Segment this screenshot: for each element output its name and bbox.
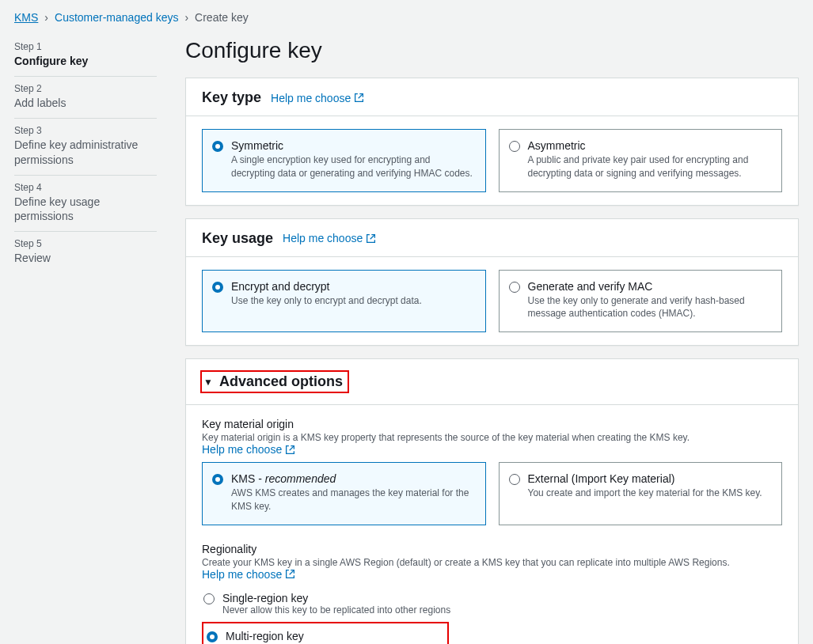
option-title: Symmetric bbox=[231, 139, 474, 152]
advanced-options-toggle[interactable]: ▼ Advanced options bbox=[186, 359, 798, 405]
radio-icon bbox=[509, 282, 520, 293]
regionality-single[interactable]: Single-region key Never allow this key t… bbox=[202, 587, 782, 620]
step-title: Add labels bbox=[14, 96, 157, 110]
option-title: Asymmetric bbox=[528, 139, 771, 152]
annotation-highlight: ▼ Advanced options bbox=[200, 370, 349, 393]
step-review[interactable]: Step 5 Review bbox=[14, 232, 157, 273]
section-title: Key material origin bbox=[202, 418, 782, 430]
option-title: Multi-region key bbox=[226, 630, 427, 642]
key-usage-encrypt[interactable]: Encrypt and decrypt Use the key only to … bbox=[202, 270, 486, 333]
option-title: External (Import Key material) bbox=[528, 472, 762, 485]
chevron-right-icon: › bbox=[184, 11, 188, 24]
step-number: Step 5 bbox=[14, 238, 157, 249]
desc-text: Key material origin is a KMS key propert… bbox=[202, 432, 690, 443]
option-title: KMS - recommended bbox=[231, 472, 474, 485]
option-desc: Use the key only to generate and verify … bbox=[528, 294, 771, 321]
key-usage-mac[interactable]: Generate and verify MAC Use the key only… bbox=[499, 270, 783, 333]
step-number: Step 1 bbox=[14, 41, 157, 52]
section-desc: Key material origin is a KMS key propert… bbox=[202, 432, 782, 456]
option-desc: Use the key only to encrypt and decrypt … bbox=[231, 294, 422, 308]
key-material-origin-section: Key material origin Key material origin … bbox=[186, 405, 798, 530]
external-link-icon bbox=[366, 233, 376, 244]
annotation-highlight: Multi-region key Allow this key to be re… bbox=[202, 622, 449, 644]
option-desc: A public and private key pair used for e… bbox=[528, 153, 771, 180]
help-me-choose-link[interactable]: Help me choose bbox=[283, 232, 376, 244]
chevron-right-icon: › bbox=[44, 11, 48, 24]
section-desc: Create your KMS key in a single AWS Regi… bbox=[202, 557, 782, 581]
help-label: Help me choose bbox=[202, 443, 282, 456]
radio-icon bbox=[212, 474, 223, 485]
step-number: Step 3 bbox=[14, 125, 157, 136]
help-me-choose-link[interactable]: Help me choose bbox=[271, 92, 364, 104]
radio-icon bbox=[509, 141, 520, 152]
section-title: Regionality bbox=[202, 543, 782, 555]
radio-icon bbox=[509, 474, 520, 485]
origin-external[interactable]: External (Import Key material) You creat… bbox=[499, 462, 783, 525]
breadcrumb-parent[interactable]: Customer-managed keys bbox=[55, 11, 178, 24]
option-desc: A single encryption key used for encrypt… bbox=[231, 153, 474, 180]
step-title: Define key usage permissions bbox=[14, 195, 157, 223]
radio-icon bbox=[203, 593, 215, 604]
external-link-icon bbox=[354, 93, 364, 103]
help-me-choose-link[interactable]: Help me choose bbox=[202, 443, 295, 456]
radio-icon bbox=[212, 282, 223, 293]
step-add-labels[interactable]: Step 2 Add labels bbox=[14, 77, 157, 119]
external-link-icon bbox=[285, 569, 295, 579]
advanced-heading: Advanced options bbox=[219, 373, 343, 390]
radio-icon bbox=[212, 141, 223, 152]
option-title: Encrypt and decrypt bbox=[231, 280, 422, 293]
step-admin-permissions[interactable]: Step 3 Define key administrative permiss… bbox=[14, 119, 157, 175]
help-label: Help me choose bbox=[271, 92, 351, 104]
step-number: Step 4 bbox=[14, 182, 157, 193]
origin-kms[interactable]: KMS - recommended AWS KMS creates and ma… bbox=[202, 462, 486, 525]
help-label: Help me choose bbox=[202, 568, 282, 581]
advanced-options-panel: ▼ Advanced options Key material origin K… bbox=[185, 358, 799, 644]
radio-icon bbox=[207, 631, 218, 642]
key-usage-heading: Key usage bbox=[202, 230, 273, 247]
breadcrumb: KMS › Customer-managed keys › Create key bbox=[14, 11, 799, 24]
option-desc: Never allow this key to be replicated in… bbox=[222, 604, 450, 616]
wizard-steps: Step 1 Configure key Step 2 Add labels S… bbox=[14, 35, 157, 273]
option-title: Single-region key bbox=[222, 592, 450, 604]
page-title: Configure key bbox=[185, 38, 799, 63]
key-type-heading: Key type bbox=[202, 89, 261, 106]
step-number: Step 2 bbox=[14, 83, 157, 94]
option-desc: You create and import the key material f… bbox=[528, 487, 762, 500]
regionality-multi[interactable]: Multi-region key Allow this key to be re… bbox=[205, 625, 428, 644]
key-usage-panel: Key usage Help me choose Encrypt and dec… bbox=[185, 218, 799, 347]
regionality-section: Regionality Create your KMS key in a sin… bbox=[186, 530, 798, 644]
help-me-choose-link[interactable]: Help me choose bbox=[202, 568, 295, 581]
key-type-symmetric[interactable]: Symmetric A single encryption key used f… bbox=[202, 129, 486, 192]
step-usage-permissions[interactable]: Step 4 Define key usage permissions bbox=[14, 176, 157, 232]
key-type-panel: Key type Help me choose Symmetric A sing… bbox=[185, 78, 799, 206]
external-link-icon bbox=[285, 445, 295, 455]
step-title: Review bbox=[14, 251, 157, 265]
caret-down-icon: ▼ bbox=[203, 377, 213, 388]
breadcrumb-current: Create key bbox=[195, 11, 249, 24]
key-type-asymmetric[interactable]: Asymmetric A public and private key pair… bbox=[499, 129, 783, 192]
step-configure-key[interactable]: Step 1 Configure key bbox=[14, 35, 157, 77]
help-label: Help me choose bbox=[283, 232, 363, 244]
option-title: Generate and verify MAC bbox=[528, 280, 771, 293]
breadcrumb-root[interactable]: KMS bbox=[14, 11, 38, 24]
step-title: Configure key bbox=[14, 54, 157, 68]
step-title: Define key administrative permissions bbox=[14, 138, 157, 166]
desc-text: Create your KMS key in a single AWS Regi… bbox=[202, 557, 730, 568]
option-desc: AWS KMS creates and manages the key mate… bbox=[231, 487, 474, 513]
